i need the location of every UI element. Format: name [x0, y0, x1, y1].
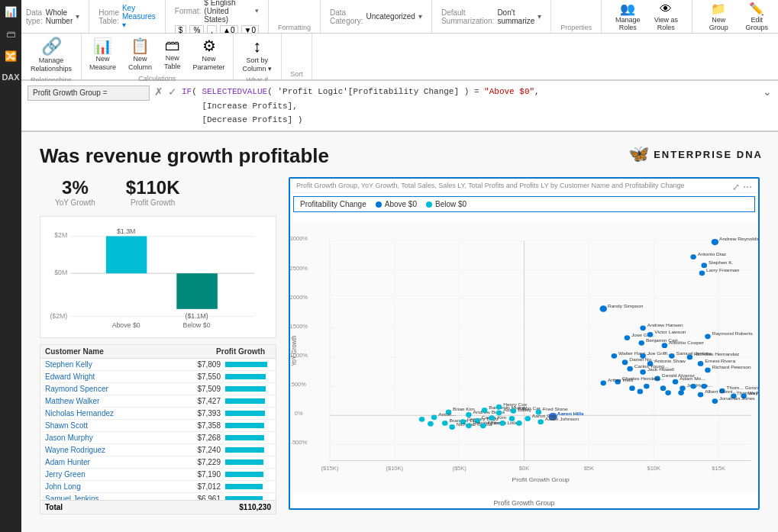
svg-text:-500%: -500% [290, 440, 307, 447]
sidebar-data-icon[interactable]: 🗃 [6, 28, 16, 40]
svg-point-82 [627, 366, 633, 372]
svg-text:2000%: 2000% [290, 295, 308, 301]
col-customer-name: Customer Name [45, 347, 196, 356]
table-cell-name[interactable]: Samuel Jenkins [45, 495, 164, 500]
default-summ-dropdown[interactable]: ▾ [537, 12, 541, 21]
svg-text:$0K: $0K [519, 466, 530, 472]
svg-point-84 [640, 369, 646, 375]
sidebar-report-icon[interactable]: 📊 [5, 6, 17, 18]
table-cell-name[interactable]: Shawn Scott [45, 421, 164, 430]
total-value: $110,230 [202, 503, 271, 511]
table-cell-bar [225, 386, 271, 392]
table-cell-name[interactable]: Edward Wright [45, 372, 164, 381]
data-category-label: Data Category: [330, 8, 363, 25]
manage-relationships-btn[interactable]: 🔗 ManageRelationships [24, 34, 78, 76]
new-table-btn[interactable]: 🗃 NewTable [160, 34, 186, 75]
data-category-dropdown[interactable]: ▾ [418, 12, 422, 21]
svg-text:3000%: 3000% [290, 237, 308, 243]
sidebar-model-icon[interactable]: 🔀 [5, 50, 17, 62]
sidebar-dax-icon[interactable]: DAX [2, 73, 19, 82]
formatting-section-label: Formatting [278, 0, 321, 33]
table-cell-name[interactable]: Stephen Kelly [45, 360, 164, 369]
data-type-dropdown-icon[interactable]: ▾ [76, 12, 79, 21]
ribbon-main: 🔗 ManageRelationships Relationships 📊 Ne… [21, 34, 778, 81]
scatter-options[interactable]: ⤢ ⋯ [732, 182, 752, 192]
data-table: Customer Name Profit Growth Stephen Kell… [40, 344, 276, 514]
new-group-btn[interactable]: 📁 NewGroup [702, 0, 735, 33]
table-cell-name[interactable]: Wayne Rodriguez [45, 446, 164, 454]
table-cell-value: $7,550 [164, 372, 225, 381]
default-summ-value[interactable]: Don't summarize [497, 8, 534, 25]
scatter-legend: Profitability Change Above $0 Below $0 [293, 196, 755, 212]
formula-x-btn[interactable]: ✗ [154, 85, 163, 98]
table-row: Stephen Kelly$7,809 [40, 359, 276, 371]
table-cell-name[interactable]: Raymond Spencer [45, 385, 164, 393]
table-cell-bar [225, 447, 271, 453]
groups-section: 📁 NewGroup ✏️ EditGroups [702, 0, 773, 33]
kpi-row: 3% YoY Growth $110K Profit Growth [40, 177, 276, 207]
svg-text:Antonio Diaz: Antonio Diaz [698, 251, 726, 256]
formula-expand-btn[interactable]: ⌄ [763, 85, 772, 98]
table-header: Customer Name Profit Growth [40, 345, 276, 359]
svg-point-74 [687, 355, 693, 360]
svg-point-126 [431, 414, 437, 420]
data-category-value[interactable]: Uncategorized [366, 12, 415, 21]
svg-text:Andrew Reynolds: Andrew Reynolds [719, 237, 758, 243]
svg-text:($15K): ($15K) [321, 466, 339, 472]
sort-group-label: Sort [290, 70, 303, 78]
svg-text:$15K: $15K [712, 466, 725, 472]
scatter-chart-area: 3000% 2500% 2000% 1500% 1000% 500% 0% -5… [290, 221, 758, 493]
svg-text:Adam Mo...: Adam Mo... [680, 376, 705, 382]
edit-groups-btn[interactable]: ✏️ EditGroups [740, 0, 773, 33]
legend-above: Above $0 [376, 200, 417, 208]
svg-text:($2M): ($2M) [50, 312, 67, 320]
table-cell-value: $7,229 [164, 458, 225, 466]
svg-point-120 [482, 408, 488, 413]
svg-text:1500%: 1500% [290, 324, 308, 330]
svg-text:Andrew Hansen: Andrew Hansen [647, 323, 683, 328]
table-cell-value: $7,268 [164, 434, 225, 442]
formula-name-field[interactable]: Profit Growth Group = [27, 85, 150, 101]
scatter-more-icon[interactable]: ⋯ [743, 182, 752, 192]
table-cell-name[interactable]: Nicholas Hernandez [45, 409, 164, 418]
manage-roles-btn[interactable]: 👥 ManageRoles [611, 0, 644, 33]
table-cell-name[interactable]: John Long [45, 482, 164, 491]
table-row: Shawn Scott$7,358 [40, 420, 276, 432]
scatter-expand-icon[interactable]: ⤢ [732, 182, 740, 192]
table-row: Jerry Green$7,190 [40, 469, 276, 481]
table-cell-name[interactable]: Matthew Walker [45, 397, 164, 405]
table-cell-name[interactable]: Jason Murphy [45, 434, 164, 442]
format-dropdown-icon[interactable]: ▾ [255, 7, 259, 15]
format-value[interactable]: $ English (United States) [204, 0, 252, 24]
view-as-roles-btn[interactable]: 👁 View asRoles [649, 1, 683, 33]
properties-section-label: Properties [560, 0, 602, 33]
what-if-group: ↕ Sort byColumn ▾ What If [234, 34, 282, 79]
svg-text:Ernest Rivera: Ernest Rivera [705, 358, 735, 363]
formula-check-btn[interactable]: ✓ [168, 85, 177, 98]
table-cell-value: $7,393 [164, 409, 225, 418]
svg-text:Victor Lawson: Victor Lawson [654, 329, 686, 334]
home-table-value[interactable]: Key Measures ▾ [122, 4, 156, 29]
new-measure-btn[interactable]: 📊 NewMeasure [85, 34, 121, 75]
calculations-group: 📊 NewMeasure 📋 NewColumn 🗃 NewTable ⚙ Ne… [82, 34, 234, 79]
svg-point-46 [712, 239, 718, 245]
kpi-yoy-value: 3% [55, 177, 95, 198]
default-summ-section: Default Summarization: Don't summarize ▾ [441, 0, 551, 33]
table-cell-value: $7,190 [164, 470, 225, 479]
svg-point-146 [536, 410, 542, 415]
new-parameter-btn[interactable]: ⚙ NewParameter [189, 34, 230, 75]
table-cell-name[interactable]: Jerry Green [45, 470, 164, 479]
svg-text:($10K): ($10K) [386, 466, 403, 472]
svg-text:Nicholas Hernandez: Nicholas Hernandez [694, 352, 739, 357]
table-cell-name[interactable]: Adam Hunter [45, 458, 164, 466]
kpi-yoy-label: YoY Growth [55, 198, 95, 207]
svg-text:Above $0: Above $0 [112, 321, 140, 329]
svg-text:Below $0: Below $0 [183, 321, 211, 329]
svg-point-111 [690, 384, 696, 389]
sort-by-column-btn[interactable]: ↕ Sort byColumn ▾ [237, 34, 279, 76]
table-cell-bar [225, 362, 271, 367]
svg-point-151 [499, 421, 505, 426]
data-type-section: Data type: Whole Number ▾ [26, 0, 89, 33]
new-column-btn[interactable]: 📋 NewColumn [124, 34, 157, 75]
svg-text:Aaron Hills: Aaron Hills [557, 411, 584, 417]
